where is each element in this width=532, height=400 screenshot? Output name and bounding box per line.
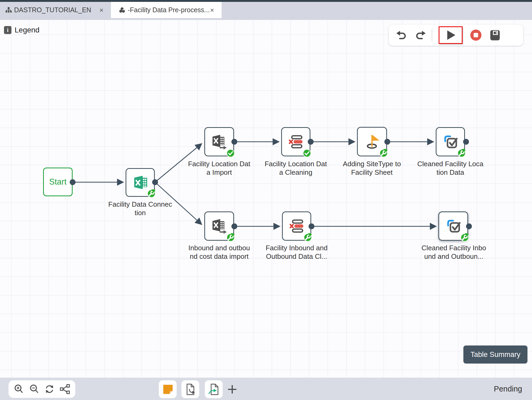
run-button-highlight[interactable] <box>439 26 463 44</box>
zoom-in-icon[interactable] <box>14 384 24 394</box>
node-cleaned-facility-location[interactable] <box>436 127 465 156</box>
excel-import-icon <box>211 218 227 234</box>
legend: i Legend <box>4 26 39 34</box>
redo-icon <box>414 30 427 40</box>
workflow-canvas[interactable] <box>0 20 532 378</box>
cluster-icon <box>119 7 125 13</box>
toolbar-divider <box>432 29 432 41</box>
import-document-green-icon <box>207 383 220 396</box>
golf-flag-icon <box>364 134 380 150</box>
node-adding-sitetype[interactable] <box>357 127 387 156</box>
table-summary-button[interactable]: Table Summary <box>463 345 527 364</box>
node-label-facility-location-data-cleaning: Facility Location Dat a Cleaning <box>253 160 338 177</box>
refresh-icon[interactable] <box>44 384 55 394</box>
zoom-out-icon[interactable] <box>29 384 40 394</box>
node-label-inbound-outbound-cost-import: Inbound and outbou nd cost data import <box>177 244 262 261</box>
tab-bar: DASTRO_TUTORIAL_EN × -Facility Data Pre-… <box>0 2 532 20</box>
tab-title: -Facility Data Pre-process... <box>128 6 210 14</box>
legend-label: Legend <box>15 26 39 34</box>
configured-wrench-badge <box>457 149 466 157</box>
stop-button[interactable] <box>466 27 485 44</box>
status-text: Pending <box>494 378 522 400</box>
undo-icon <box>395 30 408 40</box>
tab-close-icon[interactable]: × <box>99 7 103 14</box>
node-label-facility-inbound-outbound-cleaning: Facility Inbound and Outbound Data Cl... <box>254 244 339 261</box>
play-icon <box>445 30 456 41</box>
save-icon <box>489 29 501 41</box>
tab-title: DASTRO_TUTORIAL_EN <box>14 6 91 14</box>
node-start[interactable]: Start <box>43 168 73 196</box>
cleaned-checkbox-icon <box>442 134 459 150</box>
configured-wrench-badge <box>226 233 235 242</box>
node-inbound-outbound-cost-import[interactable] <box>204 211 234 241</box>
canvas-zoom-toolbar <box>9 380 75 398</box>
cleaned-checkbox-icon <box>445 218 462 234</box>
export-document-icon <box>184 383 197 396</box>
node-cleaned-facility-inbound[interactable] <box>438 211 468 241</box>
tab-dastro-tutorial[interactable]: DASTRO_TUTORIAL_EN × <box>0 2 111 18</box>
data-cleaning-icon <box>288 134 304 150</box>
configured-wrench-badge <box>304 233 312 242</box>
workflow-hierarchy-icon <box>5 7 12 13</box>
node-facility-data-connection[interactable] <box>126 168 155 197</box>
data-cleaning-icon <box>289 218 305 234</box>
import-document-button[interactable] <box>205 380 223 398</box>
sticky-note-icon <box>161 383 174 396</box>
run-toolbar <box>389 24 523 46</box>
node-facility-location-data-cleaning[interactable] <box>281 127 310 156</box>
window-top-strip <box>0 0 532 2</box>
node-label-cleaned-facility-location: Cleaned Facility Loca tion Data <box>408 160 493 177</box>
node-label-facility-location-data-import: Facility Location Dat a Import <box>177 160 262 177</box>
success-check-badge <box>303 149 311 157</box>
undo-button[interactable] <box>392 27 411 44</box>
tab-close-icon[interactable]: × <box>210 7 214 14</box>
add-node-button[interactable] <box>226 384 238 395</box>
share-branch-icon[interactable] <box>60 384 70 394</box>
bottom-bar: Pending <box>0 378 532 400</box>
export-document-button[interactable] <box>181 380 199 398</box>
node-facility-inbound-outbound-cleaning[interactable] <box>282 211 311 241</box>
tab-facility-data-preprocess[interactable]: -Facility Data Pre-process... × <box>111 2 222 18</box>
node-label-adding-sitetype: Adding SiteType to Facility Sheet <box>329 160 414 177</box>
excel-import-icon <box>211 134 227 150</box>
info-icon[interactable]: i <box>4 26 11 34</box>
success-check-badge <box>226 149 235 157</box>
excel-connection-icon <box>132 174 148 190</box>
node-facility-location-data-import[interactable] <box>204 127 234 156</box>
configured-wrench-badge <box>460 233 469 242</box>
node-label-cleaned-facility-inbound: Cleaned Facility Inbo und and Outboun... <box>411 244 496 261</box>
start-label: Start <box>49 177 66 187</box>
node-label-facility-data-connection: Facility Data Connec tion <box>98 200 183 217</box>
sticky-note-button[interactable] <box>159 380 177 398</box>
save-button[interactable] <box>485 27 505 44</box>
plus-icon <box>227 384 238 395</box>
redo-button[interactable] <box>411 27 430 44</box>
stop-icon <box>470 29 482 41</box>
configured-wrench-badge <box>147 189 156 198</box>
configured-wrench-badge <box>379 149 388 157</box>
